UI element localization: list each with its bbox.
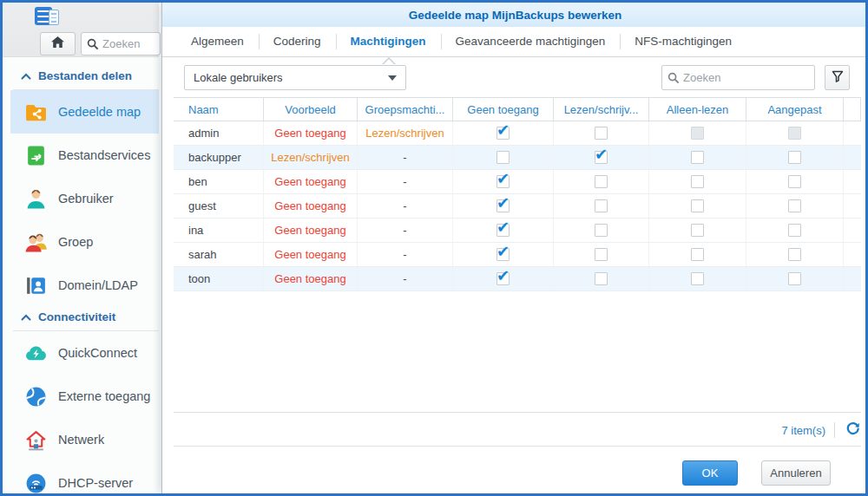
network-icon <box>24 428 48 452</box>
read-only-checkbox-unchecked[interactable] <box>691 199 704 212</box>
cell-no-access <box>453 146 554 169</box>
sidebar-item-externe-toegang[interactable]: Externe toegang <box>3 375 159 418</box>
sidebar-item-label: QuickConnect <box>58 346 137 360</box>
cell-custom <box>746 146 844 169</box>
table-row-backupper[interactable]: backupperLezen/schrijven- <box>174 146 861 170</box>
sidebar-item-gebruiker[interactable]: Gebruiker <box>3 177 159 220</box>
ok-button[interactable]: OK <box>682 460 738 486</box>
custom-checkbox-disabled <box>788 127 801 140</box>
no-access-checkbox-checked[interactable] <box>496 224 510 237</box>
tab-bar: AlgemeenCoderingMachtigingenGeavanceerde… <box>162 27 868 57</box>
dialog-title: Gedeelde map MijnBackups bewerken <box>162 3 868 27</box>
no-access-checkbox-checked[interactable] <box>496 175 510 188</box>
tab-geavanceerde-machtigingen[interactable]: Geavanceerde machtigingen <box>441 27 621 56</box>
read-write-checkbox-unchecked[interactable] <box>595 175 608 188</box>
section-header-bestanden-delen[interactable]: Bestanden delen <box>3 66 159 89</box>
cell-group-permission: - <box>358 219 453 242</box>
tab-machtigingen[interactable]: Machtigingen <box>336 27 441 56</box>
tab-codering[interactable]: Codering <box>259 27 336 56</box>
dialog-buttons: OK Annuleren <box>162 460 868 486</box>
cell-read-only <box>649 194 746 218</box>
user-type-dropdown[interactable]: Lokale gebruikers <box>184 65 406 90</box>
cell-custom <box>746 121 844 145</box>
sidebar-search-input[interactable] <box>102 37 156 50</box>
column-header-lezen-schrijv[interactable]: Lezen/schrijv... <box>554 98 649 121</box>
cell-name: toon <box>174 267 264 290</box>
sidebar-item-dhcp-server[interactable]: DHCP-server <box>3 461 159 496</box>
table-row-toon[interactable]: toonGeen toegang- <box>174 267 861 291</box>
read-only-checkbox-unchecked[interactable] <box>691 224 704 237</box>
shared-folder-icon <box>24 101 48 124</box>
read-write-checkbox-unchecked[interactable] <box>595 272 608 285</box>
section-label: Bestanden delen <box>38 69 132 82</box>
sidebar-item-quickconnect[interactable]: QuickConnect <box>3 331 159 375</box>
custom-checkbox-unchecked[interactable] <box>788 199 801 212</box>
column-header-alleen-lezen[interactable]: Alleen-lezen <box>649 98 746 121</box>
sidebar: Bestanden delenGedeelde mapBestandservic… <box>3 3 159 493</box>
read-write-checkbox-checked[interactable] <box>595 151 608 164</box>
table-row-sarah[interactable]: sarahGeen toegang- <box>174 243 861 267</box>
dialog-search-input[interactable] <box>683 71 809 84</box>
no-access-checkbox-checked[interactable] <box>496 248 510 261</box>
cell-no-access <box>453 170 554 193</box>
column-header-filler <box>844 98 861 121</box>
cell-filler <box>844 194 861 218</box>
column-header-groepsmachti[interactable]: Groepsmachti... <box>358 98 453 121</box>
search-icon <box>667 72 680 84</box>
sidebar-item-gedeelde-map[interactable]: Gedeelde map <box>10 90 159 134</box>
cell-read-write <box>554 194 649 218</box>
sidebar-item-label: Externe toegang <box>58 389 150 403</box>
read-only-checkbox-unchecked[interactable] <box>691 248 704 261</box>
tab-nfs-machtigingen[interactable]: NFS-machtigingen <box>620 27 746 56</box>
cancel-button[interactable]: Annuleren <box>761 460 831 486</box>
cell-no-access <box>453 219 554 242</box>
sidebar-item-netwerk[interactable]: Netwerk <box>3 418 159 461</box>
read-only-checkbox-unchecked[interactable] <box>691 151 704 164</box>
no-access-checkbox-checked[interactable] <box>496 272 510 285</box>
cell-group-permission: - <box>358 267 453 290</box>
column-header-geen-toegang[interactable]: Geen toegang <box>453 98 554 121</box>
sidebar-search-box <box>81 32 161 55</box>
column-header-naam[interactable]: Naam <box>174 98 264 121</box>
table-row-guest[interactable]: guestGeen toegang- <box>174 194 861 219</box>
home-button[interactable] <box>40 32 76 55</box>
table-row-ina[interactable]: inaGeen toegang- <box>174 219 861 243</box>
cell-preview: Geen toegang <box>264 267 358 290</box>
no-access-checkbox-checked[interactable] <box>496 199 510 212</box>
sidebar-item-label: Netwerk <box>58 433 104 447</box>
custom-checkbox-unchecked[interactable] <box>788 224 801 237</box>
read-only-checkbox-unchecked[interactable] <box>691 175 704 188</box>
table-row-ben[interactable]: benGeen toegang- <box>174 170 861 194</box>
custom-checkbox-unchecked[interactable] <box>788 151 801 164</box>
cell-name: backupper <box>174 146 264 169</box>
read-write-checkbox-unchecked[interactable] <box>595 199 608 212</box>
read-write-checkbox-unchecked[interactable] <box>595 248 608 261</box>
cell-read-write <box>554 267 649 290</box>
table-row-admin[interactable]: adminGeen toegangLezen/schrijven <box>174 121 861 146</box>
read-only-checkbox-unchecked[interactable] <box>691 272 704 285</box>
no-access-checkbox-checked[interactable] <box>496 127 510 140</box>
cell-no-access <box>453 121 554 145</box>
cell-group-permission: - <box>358 243 453 266</box>
column-header-aangepast[interactable]: Aangepast <box>746 98 844 121</box>
sidebar-item-groep[interactable]: Groep <box>3 220 159 264</box>
read-write-checkbox-unchecked[interactable] <box>595 127 608 140</box>
cell-name: sarah <box>174 243 264 266</box>
sidebar-item-bestandservices[interactable]: Bestandservices <box>3 134 159 177</box>
refresh-button[interactable] <box>844 421 861 439</box>
custom-checkbox-unchecked[interactable] <box>788 272 801 285</box>
cell-read-only <box>649 170 746 193</box>
sidebar-item-domein-ldap[interactable]: Domein/LDAP <box>3 264 159 307</box>
section-header-connectiviteit[interactable]: Connectiviteit <box>3 307 159 330</box>
read-write-checkbox-unchecked[interactable] <box>595 224 608 237</box>
read-only-checkbox-disabled <box>691 127 704 140</box>
custom-checkbox-unchecked[interactable] <box>788 248 801 261</box>
no-access-checkbox-unchecked[interactable] <box>496 151 510 164</box>
cell-preview: Lezen/schrijven <box>264 146 358 169</box>
column-header-voorbeeld[interactable]: Voorbeeld <box>264 98 358 121</box>
sidebar-item-label: Gebruiker <box>58 192 114 206</box>
permission-controls: Lokale gebruikers <box>162 65 868 90</box>
tab-algemeen[interactable]: Algemeen <box>176 27 259 56</box>
custom-checkbox-unchecked[interactable] <box>788 175 801 188</box>
filter-button[interactable] <box>825 65 850 90</box>
